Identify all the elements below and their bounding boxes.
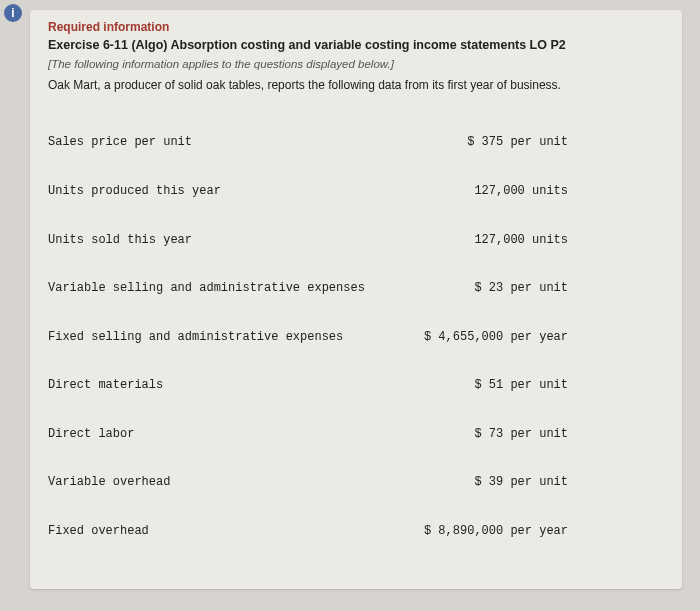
info-note: [The following information applies to th… xyxy=(48,58,664,70)
required-label: Required information xyxy=(48,20,664,34)
data-value: $ 8,890,000 per year xyxy=(388,523,568,539)
data-value: 127,000 units xyxy=(388,183,568,199)
data-value: 127,000 units xyxy=(388,232,568,248)
data-label: Variable overhead xyxy=(48,474,388,490)
exercise-title: Exercise 6-11 (Algo) Absorption costing … xyxy=(48,38,664,52)
data-value: $ 23 per unit xyxy=(388,280,568,296)
data-label: Variable selling and administrative expe… xyxy=(48,280,388,296)
data-label: Direct labor xyxy=(48,426,388,442)
data-value: $ 73 per unit xyxy=(388,426,568,442)
info-icon: i xyxy=(4,4,22,22)
data-value: $ 4,655,000 per year xyxy=(388,329,568,345)
data-label: Fixed overhead xyxy=(48,523,388,539)
data-label: Units sold this year xyxy=(48,232,388,248)
data-label: Sales price per unit xyxy=(48,134,388,150)
data-value: $ 51 per unit xyxy=(388,377,568,393)
description: Oak Mart, a producer of solid oak tables… xyxy=(48,78,664,92)
data-value: $ 375 per unit xyxy=(388,134,568,150)
info-card: i Required information Exercise 6-11 (Al… xyxy=(30,10,682,589)
data-label: Direct materials xyxy=(48,377,388,393)
data-label: Fixed selling and administrative expense… xyxy=(48,329,388,345)
data-label: Units produced this year xyxy=(48,183,388,199)
data-value: $ 39 per unit xyxy=(388,474,568,490)
data-block: Sales price per unit$ 375 per unit Units… xyxy=(48,102,664,571)
